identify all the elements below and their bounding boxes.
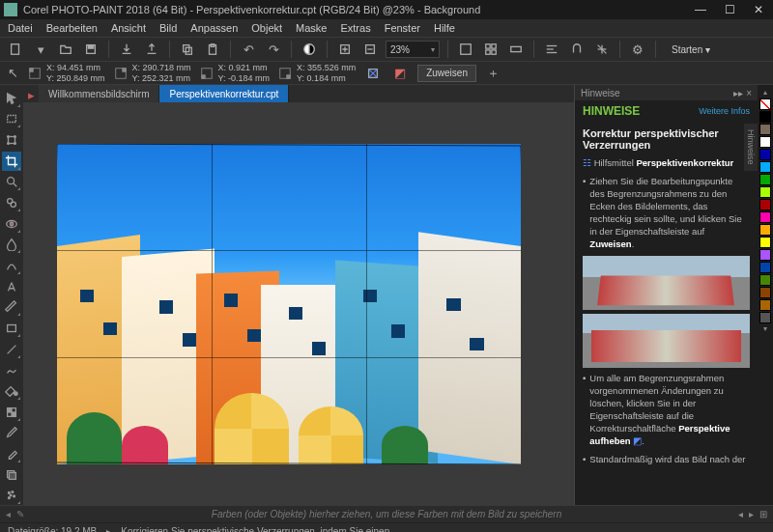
align-icon[interactable] [542,40,561,59]
swatch[interactable] [759,312,771,323]
mask-rect-tool[interactable] [2,110,21,129]
menu-item[interactable]: Fenster [385,22,420,34]
menu-item[interactable]: Objekt [251,22,282,34]
assign-button[interactable]: Zuweisen [417,65,476,82]
redo-icon[interactable]: ↷ [264,40,283,59]
zoom-level-select[interactable]: 23% [386,41,440,58]
menu-item[interactable]: Anpassen [190,22,238,34]
minimize-button[interactable]: — [690,2,711,17]
path-tool[interactable] [2,361,21,380]
swatch[interactable] [759,299,771,311]
hints-more-link[interactable]: Weitere Infos [699,106,750,116]
swatch[interactable] [759,174,771,185]
menu-item[interactable]: Bearbeiten [46,22,98,34]
zoom-in-icon[interactable] [335,40,355,59]
grid-icon[interactable] [481,40,501,59]
swatch[interactable] [759,262,771,273]
open-icon[interactable] [56,40,75,59]
swatch[interactable] [759,186,771,198]
swatch[interactable] [759,237,771,248]
brush-tool[interactable] [2,298,21,318]
import-icon[interactable] [117,40,136,59]
hint-illustration-1 [583,256,750,310]
swatch[interactable] [759,161,771,173]
chevron-down-icon[interactable]: ▾ [31,40,50,59]
menu-item[interactable]: Datei [8,22,33,34]
launch-dropdown[interactable]: Starten ▾ [664,41,718,58]
svg-point-43 [14,392,18,396]
spray-tool[interactable] [2,486,21,505]
swatch[interactable] [759,211,771,223]
undo-icon[interactable]: ↶ [239,40,258,59]
paste-icon[interactable] [203,40,222,59]
zoom-tool[interactable] [2,173,21,192]
hints-side-tab[interactable]: Hinweise [744,124,758,171]
reset-perspective-icon[interactable] [363,64,383,83]
eraser-tool[interactable] [2,444,21,463]
fullscreen-icon[interactable] [456,40,475,59]
shadow-tool[interactable] [2,465,21,485]
palette-up-icon[interactable]: ▴ [763,88,767,97]
redeye-tool[interactable] [2,214,21,234]
svg-rect-13 [486,50,490,54]
expand-icon[interactable]: ⊞ [759,509,767,519]
panel-menu-icon[interactable]: ▸▸ × [733,88,752,98]
save-icon[interactable] [81,40,100,59]
tab-document[interactable]: Perspektivenkorrektur.cpt [159,85,289,102]
export-icon[interactable] [142,40,161,59]
property-bar: ↖ X: 94.451 mmY: 250.849 mm X: 290.718 m… [0,62,773,85]
line-tool[interactable] [2,340,21,359]
ruler-icon[interactable] [506,40,526,59]
menu-item[interactable]: Extras [340,22,370,34]
pick-tool[interactable] [2,89,21,108]
menu-item[interactable]: Ansicht [111,22,146,34]
swatch[interactable] [759,111,771,123]
crop-icon[interactable]: ◩ [390,64,410,83]
tab-welcome[interactable]: Willkommensbildschirm [39,85,159,102]
canvas[interactable] [23,102,574,505]
crop-tool[interactable] [2,152,21,171]
eyedropper-tool[interactable] [2,424,21,443]
swatch[interactable] [759,224,771,236]
hints-title: HINWEISE [583,104,640,118]
zoom-out-icon[interactable] [360,40,380,59]
liquid-tool[interactable] [2,236,21,255]
close-button[interactable]: ✕ [748,2,769,17]
invert-icon[interactable] [300,40,319,59]
svg-rect-46 [12,412,15,416]
new-icon[interactable] [6,40,25,59]
swatch[interactable] [759,287,771,298]
menu-item[interactable]: Bild [159,22,177,34]
clone-tool[interactable] [2,193,21,212]
rectangle-tool[interactable] [2,319,21,338]
menu-item[interactable]: Hilfe [434,22,455,34]
svg-rect-25 [122,68,126,71]
mask-transform-tool[interactable] [2,130,21,150]
swatch[interactable] [759,274,771,286]
menu-item[interactable]: Maske [296,22,327,34]
fill-tool[interactable] [2,381,21,401]
arrow-left-icon[interactable]: ◂ [6,509,11,519]
add-icon[interactable]: ＋ [484,64,503,83]
scroll-left-icon[interactable]: ◂ [738,509,743,519]
swatch[interactable] [759,199,771,210]
text-tool[interactable] [2,277,21,296]
swatch[interactable] [759,149,771,160]
swatch-none[interactable] [759,98,771,110]
corner-tr-icon [113,66,129,81]
snap-icon[interactable] [567,40,587,59]
guides-icon[interactable] [592,40,612,59]
transparency-tool[interactable] [2,403,21,422]
effect-tool[interactable] [2,256,21,275]
options-icon[interactable]: ⚙ [628,40,647,59]
swatch[interactable] [759,136,771,148]
maximize-button[interactable]: ☐ [719,2,740,17]
eyedropper-icon[interactable]: ✎ [16,509,24,519]
status-play-icon[interactable]: ▸ [106,526,111,532]
palette-down-icon[interactable]: ▾ [763,324,767,333]
tab-pin-icon[interactable]: ▸ [23,85,39,104]
copy-icon[interactable] [178,40,197,59]
scroll-right-icon[interactable]: ▸ [749,509,754,519]
swatch[interactable] [759,124,771,135]
swatch[interactable] [759,249,771,261]
